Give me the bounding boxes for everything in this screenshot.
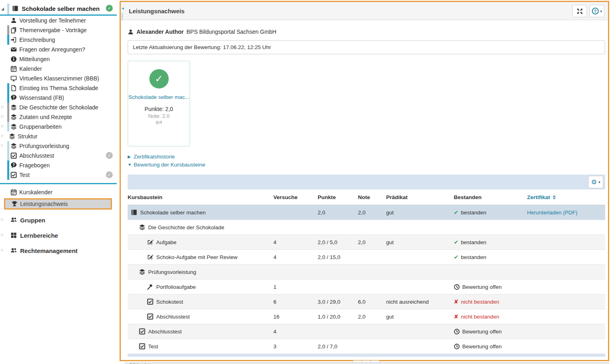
tree-collapsed-icon[interactable]: ▷ — [1, 232, 4, 236]
clock-icon — [454, 284, 460, 290]
clock-icon — [454, 343, 460, 350]
table-row[interactable]: Prüfungsvorleistung — [128, 265, 605, 280]
chevron-down-icon: ▾ — [600, 9, 602, 13]
next-panel-edge — [125, 362, 609, 364]
collapse-sidebar-icon[interactable]: ◂ — [122, 6, 124, 11]
sidebar-item-fragebogen[interactable]: Fragebogen — [0, 160, 117, 170]
help-dropdown-button[interactable]: ? ▾ — [589, 5, 604, 17]
grid-icon — [10, 232, 17, 239]
progress-bar-lightblue — [7, 4, 9, 14]
col-versuche: Versuche — [273, 194, 318, 200]
table-row[interactable]: Schokolade selber machen 2,0 2,0 gut ✔be… — [128, 205, 605, 220]
tree-collapsed-icon[interactable]: ▷ — [1, 124, 4, 128]
certificate-course-link[interactable]: Schokolade selber mac... — [128, 94, 190, 101]
table-bottom-bar — [128, 354, 605, 357]
sort-icon — [552, 195, 557, 200]
table-row[interactable]: Portfolioaufgabe 1 Bewertung offen — [128, 280, 605, 294]
x-icon: ✘ — [454, 313, 459, 320]
sidebar-item-pruefungsvorleistung[interactable]: ▷ Prüfungsvorleistung — [0, 141, 117, 151]
tree-collapsed-icon[interactable]: ▷ — [1, 217, 4, 221]
gray-check-badge: ✓ — [106, 152, 113, 159]
tree-collapsed-icon[interactable]: ▷ — [1, 114, 4, 118]
gray-check-badge: ✓ — [106, 171, 113, 178]
layers-icon — [9, 133, 15, 140]
question-bubble-icon — [10, 162, 17, 169]
sign-in-icon — [10, 37, 17, 43]
task-icon — [147, 254, 153, 260]
table-row[interactable]: Abschlusstest 4 Bewertung offen — [128, 324, 605, 339]
sidebar-item-struktur[interactable]: ▷ Struktur — [0, 132, 117, 141]
sidebar-item-vorstellung[interactable]: Vorstellung der Teilnehmer — [0, 16, 117, 25]
assessment-details-toggle[interactable]: ▼ Bewertung der Kursbausteine — [128, 160, 608, 169]
help-circle-icon: ? — [592, 8, 599, 14]
tree-collapsed-icon[interactable]: ▷ — [1, 143, 4, 147]
tree-expanded-icon[interactable] — [1, 8, 4, 10]
layers-icon — [10, 114, 17, 120]
copy-icon — [10, 27, 17, 33]
checkbox-icon — [139, 328, 145, 335]
sidebar-item-kalender[interactable]: Kalender — [0, 64, 117, 74]
checkbox-icon — [10, 172, 17, 178]
gear-icon: ⚙ — [591, 179, 597, 185]
col-note: Note — [358, 194, 386, 200]
certificate-history-toggle[interactable]: ▶ Zertifikatshistorie — [128, 152, 608, 160]
checkbox-icon — [10, 152, 17, 159]
sidebar-item-fragen[interactable]: Fragen oder Anregungen? — [0, 45, 117, 54]
certificate-download-link[interactable]: Herunterladen (PDF) — [527, 210, 577, 216]
checkbox-icon — [147, 313, 153, 320]
info-circle-icon — [10, 56, 17, 62]
table-row[interactable]: Die Geschichte der Schokolade — [128, 220, 605, 235]
col-zertifikat-sort[interactable]: Zertifikat — [527, 194, 605, 200]
sidebar-item-abschlusstest[interactable]: Abschlusstest ✓ — [0, 151, 117, 160]
table-row[interactable]: Test 3 2,0 / 7,0 Bewertung offen — [128, 339, 605, 354]
layers-icon — [10, 143, 17, 149]
col-punkte: Punkte — [318, 194, 358, 200]
envelope-icon — [10, 46, 17, 53]
table-toolbar: ⚙ ▾ — [128, 175, 605, 189]
sidebar-item-test[interactable]: Test ✓ — [0, 170, 117, 180]
portfolio-icon — [147, 284, 153, 290]
sidebar-item-klassenzimmer[interactable]: Virtuelles Klassenzimmer (BBB) — [0, 74, 117, 83]
book-icon — [12, 5, 19, 12]
sidebar-item-einstieg[interactable]: Einstieg ins Thema Schokolade — [0, 83, 117, 93]
tree-collapsed-icon[interactable]: ▷ — [1, 134, 4, 138]
user-organisation: BPS Bildungsportal Sachsen GmbH — [186, 29, 276, 35]
layers-icon — [10, 123, 17, 130]
fullscreen-toggle-button[interactable] — [572, 5, 587, 17]
task-icon — [147, 239, 153, 245]
sidebar-item-rechtemanagement[interactable]: ▷ Rechtemanagement — [0, 246, 117, 255]
sidebar-item-gruppen[interactable]: ▷ Gruppen — [0, 215, 117, 225]
sidebar-item-lernbereiche[interactable]: ▷ Lernbereiche — [0, 230, 117, 240]
sidebar-item-einschreibung[interactable]: Einschreibung — [0, 35, 117, 45]
table-row[interactable]: Schokotest 6 3,0 / 29,0 6,0 nicht ausrei… — [128, 294, 605, 309]
sidebar-item-kurskalender[interactable]: Kurskalender — [0, 187, 117, 197]
sidebar-item-themenvergabe[interactable]: Themenvergabe - Vorträge — [0, 25, 117, 35]
sidebar-divider — [0, 183, 117, 184]
sidebar-item-gruppenarbeiten[interactable]: ▷ Gruppenarbeiten — [0, 122, 117, 132]
x-icon: ✘ — [454, 298, 459, 305]
layers-icon — [10, 104, 17, 111]
course-navigation-sidebar: Schokolade selber machen ✓ Vorstellung d… — [0, 0, 117, 364]
checkbox-icon — [139, 343, 145, 350]
certificate-card: ✓ Schokolade selber mac... Punkte: 2,0 N… — [128, 61, 190, 146]
tree-collapsed-icon[interactable]: ▷ — [1, 248, 4, 252]
tree-collapsed-icon[interactable]: ▷ — [1, 105, 4, 109]
sidebar-item-leistungsnachweis[interactable]: Leistungsnachweis — [4, 198, 112, 210]
people-icon — [10, 217, 17, 223]
sidebar-item-wissenstand[interactable]: Wissenstand (FB) — [0, 93, 117, 103]
green-check-badge: ✓ — [106, 5, 113, 12]
sidebar-item-geschichte[interactable]: ▷ Die Geschichte der Schokolade — [0, 103, 117, 112]
sidebar-item-zutaten[interactable]: ▷ Zutaten und Rezepte — [0, 112, 117, 122]
sidebar-item-course-root[interactable]: Schokolade selber machen ✓ — [0, 4, 117, 14]
sidebar-item-mitteilungen[interactable]: Mitteilungen — [0, 54, 117, 64]
last-update-info-box: Letzte Aktualisierung der Bewertung: 17.… — [128, 40, 605, 54]
question-bubble-icon — [10, 95, 17, 101]
table-row[interactable]: Aufgabe 4 2,0 / 5,0 2,0 gut ✔bestanden — [128, 235, 605, 250]
table-row[interactable]: Abschlusstest 16 1,0 / 20,0 2,0 gut ✘nic… — [128, 309, 605, 324]
table-row[interactable]: Schoko-Aufgabe mit Peer Review 4 2,0 / 1… — [128, 250, 605, 265]
people-icon — [10, 247, 17, 254]
table-settings-button[interactable]: ⚙ ▾ — [588, 176, 603, 188]
certificate-points: Punkte: 2,0 — [128, 106, 190, 112]
person-icon — [10, 17, 17, 24]
layers-icon — [139, 224, 145, 230]
